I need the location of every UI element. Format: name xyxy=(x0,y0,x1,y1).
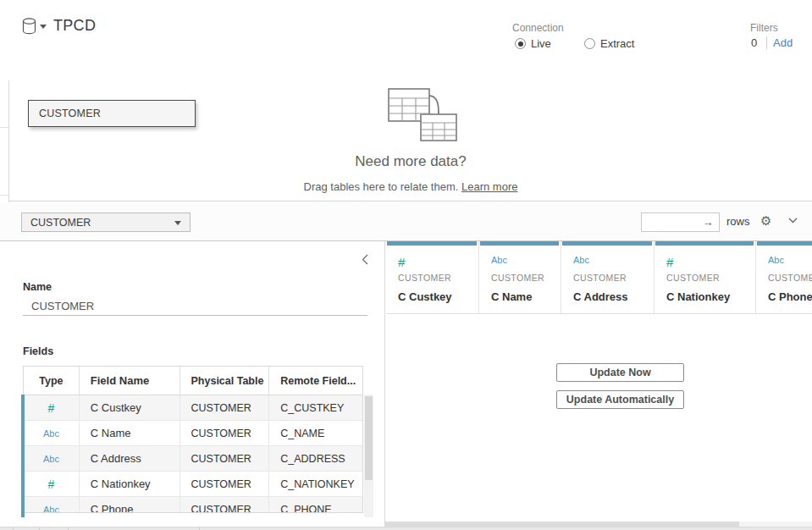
radio-live-label: Live xyxy=(531,37,551,50)
update-automatically-button[interactable]: Update Automatically xyxy=(556,390,684,409)
collapse-panel-icon[interactable] xyxy=(362,254,368,265)
datasource-header: TPCD Connection Live Extract Filters 0 A… xyxy=(0,0,812,80)
column-field-name[interactable]: C Name xyxy=(491,290,532,303)
table-selector-dropdown[interactable]: CUSTOMER xyxy=(21,213,191,232)
field-type-icon: # xyxy=(24,472,80,496)
radio-live[interactable]: Live xyxy=(515,37,551,50)
fields-table: Type Field Name Physical Table Remote Fi… xyxy=(23,366,363,513)
learn-more-link[interactable]: Learn more xyxy=(461,180,517,193)
connection-label: Connection xyxy=(512,22,564,34)
grid-column-header[interactable]: AbcCUSTOMERC Name xyxy=(479,241,561,313)
field-row[interactable]: AbcC AddressCUSTOMERC_ADDRESS xyxy=(24,446,362,472)
grid-header-border xyxy=(386,313,812,314)
col-header-field-name[interactable]: Field Name xyxy=(80,367,180,395)
name-field-underline xyxy=(23,315,367,316)
col-header-type[interactable]: Type xyxy=(24,367,80,395)
metadata-panel: Name CUSTOMER Fields Type Field Name Phy… xyxy=(0,241,385,530)
field-name-cell: C Name xyxy=(80,421,180,445)
column-type-icon[interactable]: Abc xyxy=(491,255,507,265)
table-selector-value: CUSTOMER xyxy=(30,217,91,229)
radio-extract[interactable]: Extract xyxy=(584,37,634,50)
fields-table-scrollbar[interactable] xyxy=(364,395,373,517)
gear-icon[interactable]: ⚙ xyxy=(760,213,771,229)
column-field-name[interactable]: C Custkey xyxy=(398,290,452,303)
grid-column-header[interactable]: #CUSTOMERC Nationkey xyxy=(655,241,756,313)
empty-state-subtitle: Drag tables here to relate them. Learn m… xyxy=(9,180,812,193)
filters-label: Filters xyxy=(750,22,778,34)
fields-table-scrollbar-thumb[interactable] xyxy=(365,396,373,480)
grid-toolbar: CUSTOMER → rows ⚙ xyxy=(0,202,812,241)
field-row[interactable]: AbcC NameCUSTOMERC_NAME xyxy=(24,421,362,446)
radio-extract-label: Extract xyxy=(600,37,634,50)
field-type-icon: # xyxy=(24,395,80,420)
column-accent-bar xyxy=(655,241,754,246)
field-name-cell: C Custkey xyxy=(80,395,180,420)
fields-label: Fields xyxy=(23,345,53,357)
field-row[interactable]: AbcC PhoneCUSTOMERC_PHONE xyxy=(24,497,362,513)
column-type-icon[interactable]: Abc xyxy=(573,255,589,265)
remote-field-cell: C_NAME xyxy=(269,421,362,445)
column-table-label: CUSTOMER xyxy=(491,273,544,283)
rows-go-arrow-icon[interactable]: → xyxy=(698,216,718,229)
column-field-name[interactable]: C Address xyxy=(573,290,628,303)
column-accent-bar xyxy=(387,241,477,246)
database-icon[interactable] xyxy=(22,18,36,35)
name-value-field[interactable]: CUSTOMER xyxy=(31,300,94,312)
rows-limit-box: → xyxy=(641,213,720,232)
col-header-physical-table[interactable]: Physical Table xyxy=(180,367,270,395)
field-type-icon: Abc xyxy=(24,497,80,513)
field-name-cell: C Nationkey xyxy=(80,472,180,496)
radio-live-icon[interactable] xyxy=(515,38,526,49)
remote-field-cell: C_ADDRESS xyxy=(269,446,362,471)
physical-table-cell: CUSTOMER xyxy=(180,421,270,445)
field-row[interactable]: #C CustkeyCUSTOMERC_CUSTKEY xyxy=(24,395,362,421)
fields-table-header: Type Field Name Physical Table Remote Fi… xyxy=(24,367,362,395)
column-accent-bar xyxy=(480,241,559,246)
empty-state-title: Need more data? xyxy=(9,153,812,170)
tableau-data-source-page: TPCD Connection Live Extract Filters 0 A… xyxy=(0,0,812,530)
grid-column-header[interactable]: AbcCUSTOMERC Address xyxy=(561,241,655,313)
column-table-label: CUSTOMER xyxy=(768,273,812,283)
col-header-remote-field[interactable]: Remote Field... xyxy=(269,367,362,395)
update-now-button[interactable]: Update Now xyxy=(556,363,684,382)
column-accent-bar xyxy=(757,241,812,246)
remote-field-cell: C_CUSTKEY xyxy=(269,395,362,420)
field-type-icon: Abc xyxy=(24,421,80,445)
radio-extract-icon[interactable] xyxy=(584,38,595,49)
datasource-title: TPCD xyxy=(53,17,96,35)
name-label: Name xyxy=(23,281,52,293)
column-field-name[interactable]: C Nationkey xyxy=(666,290,730,303)
column-accent-bar xyxy=(562,241,652,246)
selected-rows-accent-strip xyxy=(21,395,25,517)
remote-field-cell: C_PHONE xyxy=(269,497,362,513)
filters-count: 0 xyxy=(751,36,757,49)
chevron-down-icon[interactable] xyxy=(788,218,798,224)
grid-column-header[interactable]: #CUSTOMERC Custkey xyxy=(386,241,479,313)
column-table-label: CUSTOMER xyxy=(573,273,627,283)
fields-table-body: #C CustkeyCUSTOMERC_CUSTKEYAbcC NameCUST… xyxy=(24,395,362,513)
field-type-icon: Abc xyxy=(24,446,80,471)
column-table-label: CUSTOMER xyxy=(398,273,451,283)
column-type-icon[interactable]: # xyxy=(666,255,673,269)
column-field-name[interactable]: C Phone xyxy=(768,290,812,303)
relationship-canvas[interactable]: CUSTOMER Need more data? Drag tables her… xyxy=(9,80,812,202)
rows-label: rows xyxy=(726,215,749,228)
column-type-icon[interactable]: # xyxy=(398,255,405,269)
field-row[interactable]: #C NationkeyCUSTOMERC_NATIONKEY xyxy=(24,472,362,497)
grid-column-header[interactable]: AbcCUSTOMERC Phone xyxy=(756,241,812,313)
dropdown-caret-icon xyxy=(174,221,181,225)
field-name-cell: C Address xyxy=(80,446,180,471)
rows-limit-input[interactable] xyxy=(642,213,698,231)
filters-divider xyxy=(766,36,767,49)
physical-table-cell: CUSTOMER xyxy=(180,446,270,471)
data-grid-pane: #CUSTOMERC CustkeyAbcCUSTOMERC NameAbcCU… xyxy=(386,241,812,530)
bottom-scrollbar-track[interactable] xyxy=(0,527,812,530)
physical-table-cell: CUSTOMER xyxy=(180,497,270,513)
empty-state-hint: Drag tables here to relate them. xyxy=(304,180,461,193)
filters-add-link[interactable]: Add xyxy=(773,36,793,49)
canvas-table-customer[interactable]: CUSTOMER xyxy=(28,100,196,127)
column-type-icon[interactable]: Abc xyxy=(768,255,784,265)
field-name-cell: C Phone xyxy=(80,497,180,513)
database-menu-caret-icon[interactable] xyxy=(40,25,47,29)
remote-field-cell: C_NATIONKEY xyxy=(269,472,362,496)
